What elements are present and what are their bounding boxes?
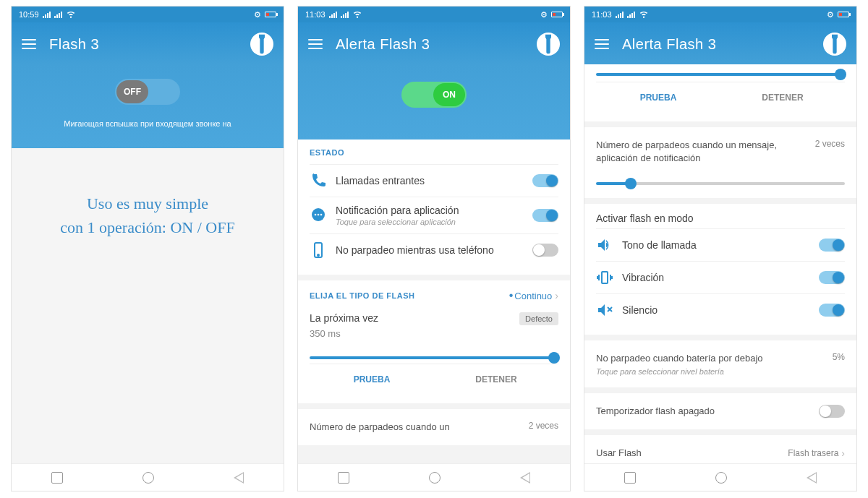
hero-area: OFF Мигающая вспышка при входящем звонке… xyxy=(12,64,284,148)
screen-3: 11:03 ⚙ Alerta Flash 3 PRUEBA DETENER xyxy=(584,6,857,491)
switch-ring[interactable] xyxy=(819,239,845,252)
section-use-flash[interactable]: Usar Flash Flash trasera › xyxy=(584,435,856,463)
header-title: Flash 3 xyxy=(49,36,237,53)
svg-point-2 xyxy=(318,214,320,216)
nav-back[interactable] xyxy=(807,472,817,484)
menu-icon[interactable] xyxy=(308,39,323,49)
signal-icon xyxy=(43,12,51,18)
row-no-blink-phone[interactable]: No parpadeo mientras usa teléfono xyxy=(310,233,558,266)
blink-count-label: Número de parpadeos cuando un xyxy=(310,421,450,434)
default-badge: Defecto xyxy=(519,312,558,325)
timing-value: 350 ms xyxy=(310,328,378,339)
blink-count-label: Número de parpadeos cuando un mensaje, a… xyxy=(596,139,808,165)
settings-icon: ⚙ xyxy=(254,10,261,20)
battery-icon xyxy=(838,12,849,17)
signal-icon xyxy=(616,12,624,18)
switch-silent[interactable] xyxy=(819,304,845,317)
signal-icon-2 xyxy=(627,12,635,18)
status-time: 11:03 xyxy=(305,10,326,19)
menu-icon[interactable] xyxy=(22,39,36,49)
toggle-knob: OFF xyxy=(116,80,148,103)
nav-bar xyxy=(298,463,570,491)
nav-recents[interactable] xyxy=(624,472,636,484)
switch-timer[interactable] xyxy=(819,405,845,418)
switch-calls[interactable] xyxy=(532,174,558,187)
timing-slider[interactable] xyxy=(310,356,558,359)
app-header: Alerta Flash 3 xyxy=(298,22,570,64)
main-toggle[interactable]: ON xyxy=(401,82,467,108)
wifi-icon xyxy=(639,9,649,20)
section-flash-mode: Activar flash en modo Tono de llamada Vi… xyxy=(584,204,856,335)
row-mode-vibrate[interactable]: Vibración xyxy=(596,261,845,293)
use-flash-label: Usar Flash xyxy=(596,447,642,460)
flashlight-button[interactable] xyxy=(250,33,273,56)
header-title: Alerta Flash 3 xyxy=(622,36,810,53)
row-app-notification[interactable]: Notificación para aplicación Toque para … xyxy=(310,197,558,233)
settings-icon: ⚙ xyxy=(540,10,548,20)
nav-back[interactable] xyxy=(520,472,530,484)
row-incoming-calls[interactable]: Llamadas entrantes xyxy=(310,164,558,197)
tab-test[interactable]: PRUEBA xyxy=(596,82,720,113)
row-mode-silent[interactable]: Silencio xyxy=(596,293,845,326)
blink-count-value: 2 veces xyxy=(529,421,558,431)
svg-point-5 xyxy=(318,254,319,256)
switch-nophone[interactable] xyxy=(532,244,558,257)
row-mode-ring[interactable]: Tono de llamada xyxy=(596,228,845,261)
nav-home[interactable] xyxy=(142,472,154,484)
nav-bar xyxy=(584,463,856,491)
nav-home[interactable] xyxy=(715,472,727,484)
chat-icon xyxy=(310,207,327,224)
signal-icon xyxy=(329,12,337,18)
svg-rect-6 xyxy=(602,272,608,283)
timing-label: La próxima vez xyxy=(310,312,378,324)
section-blink-count: Número de parpadeos cuando un 2 veces xyxy=(298,409,570,445)
nav-back[interactable] xyxy=(234,472,244,484)
battery-row-label: No parpadeo cuando batería por debajo xyxy=(596,352,763,365)
tab-test[interactable]: PRUEBA xyxy=(310,364,434,395)
section-label: ESTADO xyxy=(310,148,558,157)
chevron-right-icon: › xyxy=(841,447,845,459)
switch-vibrate[interactable] xyxy=(819,271,845,284)
status-time: 11:03 xyxy=(592,10,612,19)
status-bar: 11:03 ⚙ xyxy=(298,7,570,22)
test-tabs: PRUEBA DETENER xyxy=(310,364,558,395)
switch-notification[interactable] xyxy=(532,209,558,222)
timing-slider[interactable] xyxy=(596,73,845,76)
status-bar: 11:03 ⚙ xyxy=(584,7,856,22)
tab-stop[interactable]: DETENER xyxy=(720,82,845,113)
nav-bar xyxy=(12,463,284,491)
flashlight-button[interactable] xyxy=(823,33,846,56)
section-timer[interactable]: Temporizador flash apagado xyxy=(584,393,856,429)
wifi-icon xyxy=(66,9,76,20)
battery-row-value: 5% xyxy=(833,352,845,362)
blink-count-value: 2 veces xyxy=(815,139,845,149)
wifi-icon xyxy=(352,9,362,20)
phone-device-icon xyxy=(310,241,327,259)
screen-1: 10:59 ⚙ Flash 3 OFF Мигающая вспышка при… xyxy=(11,6,284,491)
section-battery[interactable]: No parpadeo cuando batería por debajo To… xyxy=(584,340,856,387)
test-tabs: PRUEBA DETENER xyxy=(596,82,845,113)
header-title: Alerta Flash 3 xyxy=(336,36,524,53)
settings-icon: ⚙ xyxy=(827,10,834,20)
nav-recents[interactable] xyxy=(338,472,349,484)
flash-type-selector[interactable]: • Continuo › xyxy=(509,289,558,302)
battery-row-sub: Toque para seleccionar nivel batería xyxy=(596,367,763,376)
nav-recents[interactable] xyxy=(51,472,63,484)
section-label: Activar flash en modo xyxy=(596,212,845,224)
flashlight-button[interactable] xyxy=(537,33,560,56)
timer-label: Temporizador flash apagado xyxy=(596,405,715,418)
status-bar: 10:59 ⚙ xyxy=(12,7,284,22)
main-toggle[interactable]: OFF xyxy=(115,79,180,105)
section-flash-type: ELIJA EL TIPO DE FLASH • Continuo › La p… xyxy=(298,280,570,403)
app-header: Alerta Flash 3 xyxy=(584,22,856,64)
section-label: ELIJA EL TIPO DE FLASH xyxy=(310,291,414,300)
menu-icon[interactable] xyxy=(595,39,609,49)
tab-stop[interactable]: DETENER xyxy=(434,364,558,395)
signal-icon-2 xyxy=(341,12,349,18)
section-blink-count: Número de parpadeos cuando un mensaje, a… xyxy=(584,127,856,198)
chevron-right-icon: › xyxy=(555,290,558,301)
blink-count-slider[interactable] xyxy=(596,182,845,185)
nav-home[interactable] xyxy=(429,472,441,484)
battery-icon xyxy=(551,12,563,17)
battery-icon xyxy=(265,12,276,17)
